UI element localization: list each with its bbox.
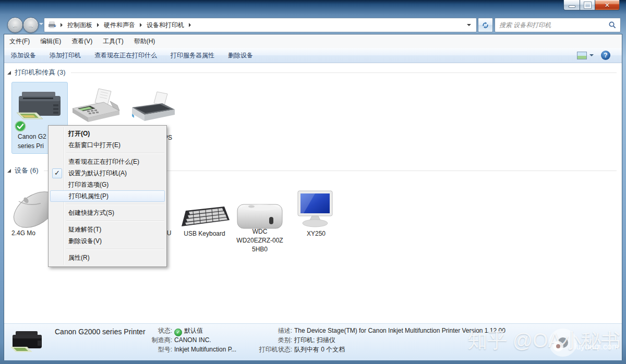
back-arrow-icon: ← xyxy=(11,21,19,29)
watermark-site-text: luyouqi.com xyxy=(574,342,619,351)
menu-item-troubleshoot[interactable]: 疑难解答(T) xyxy=(50,224,165,235)
default-printer-badge-icon xyxy=(14,120,27,132)
monitor-icon[interactable] xyxy=(296,190,336,229)
refresh-icon xyxy=(481,21,489,29)
change-view-button[interactable] xyxy=(577,52,594,59)
menu-separator xyxy=(66,249,164,250)
breadcrumb-arrow-icon xyxy=(61,23,63,27)
context-menu: 打开(O) 在新窗口中打开(E) 查看现在正在打印什么(E) ✓ 设置为默认打印… xyxy=(48,125,167,267)
drive-label: WDC WD20EZRZ-00Z 5HB0 xyxy=(230,227,290,254)
minimize-icon xyxy=(569,5,575,8)
toolbar-see-whats-printing[interactable]: 查看现在正在打印什么 xyxy=(88,48,164,63)
refresh-button[interactable] xyxy=(478,18,493,32)
selected-printer-thumbnail-icon xyxy=(9,329,48,355)
caption-buttons: ✕ xyxy=(563,0,620,10)
recent-pages-dropdown-icon[interactable] xyxy=(39,23,43,25)
chevron-down-icon xyxy=(589,54,594,56)
menu-separator xyxy=(66,153,164,154)
menu-item-set-as-default-printer[interactable]: ✓ 设置为默认打印机(A) xyxy=(50,167,165,179)
menu-item-see-whats-printing[interactable]: 查看现在正在打印什么(E) xyxy=(50,156,165,167)
close-button[interactable]: ✕ xyxy=(595,0,620,10)
search-icon[interactable] xyxy=(608,21,617,29)
maximize-icon xyxy=(584,2,591,8)
keyboard-label: USB Keyboard xyxy=(178,229,231,238)
forward-arrow-icon: → xyxy=(27,21,34,29)
back-button[interactable]: ← xyxy=(7,17,23,33)
printer-label: Canon G2 series Pri xyxy=(18,132,46,151)
breadcrumb-arrow-icon xyxy=(189,23,191,27)
menu-help[interactable]: 帮助(H) xyxy=(129,35,161,48)
toolbar-add-printer[interactable]: 添加打印机 xyxy=(43,48,88,63)
canon-printer-icon xyxy=(16,87,64,124)
section-rule xyxy=(71,72,617,73)
monitor-label: XY250 xyxy=(296,229,336,238)
external-drive-icon[interactable] xyxy=(236,200,284,230)
search-input[interactable]: 搜索 设备和打印机 xyxy=(495,18,621,32)
menu-bar: 文件(F) 编辑(E) 查看(V) 工具(T) 帮助(H) xyxy=(4,34,622,48)
search-placeholder: 搜索 设备和打印机 xyxy=(495,21,608,30)
collapse-triangle-icon xyxy=(7,169,11,173)
menu-item-properties[interactable]: 属性(R) xyxy=(50,252,165,263)
breadcrumb-item-hardware-and-sound[interactable]: 硬件和声音 xyxy=(103,19,136,32)
menu-item-open[interactable]: 打开(O) xyxy=(50,128,165,139)
menu-file[interactable]: 文件(F) xyxy=(4,35,35,48)
toolbar-print-server-properties[interactable]: 打印服务器属性 xyxy=(164,48,221,63)
checkmark-icon: ✓ xyxy=(52,168,62,178)
devices-and-printers-icon xyxy=(47,21,57,29)
xps-printer-icon[interactable] xyxy=(127,91,177,126)
close-icon: ✕ xyxy=(605,2,610,9)
breadcrumb-item-devices-and-printers[interactable]: 设备和打印机 xyxy=(146,19,185,32)
menu-item-printer-properties[interactable]: 打印机属性(P) xyxy=(50,190,165,202)
printers-section-title: 打印机和传真 (3) xyxy=(15,68,66,77)
maximize-button[interactable] xyxy=(580,0,595,10)
printers-section-header[interactable]: 打印机和传真 (3) xyxy=(7,68,617,77)
breadcrumb-arrow-icon xyxy=(97,23,99,27)
devices-and-printers-window: ✕ ← → 控制面板 硬件和声音 设备和打印机 搜索 设备和打印机 xyxy=(0,0,626,364)
details-column-left: 状态:✓默认值 制造商:CANON INC. 型号:Inkjet Multifu… xyxy=(143,326,236,354)
help-button[interactable]: ? xyxy=(601,51,610,60)
menu-item-open-in-new-window[interactable]: 在新窗口中打开(E) xyxy=(50,139,165,151)
devices-section-title: 设备 (6) xyxy=(15,166,39,175)
window-client-area: 文件(F) 编辑(E) 查看(V) 工具(T) 帮助(H) 添加设备 添加打印机… xyxy=(4,34,622,360)
collapse-triangle-icon xyxy=(7,71,11,75)
breadcrumb: 控制面板 硬件和声音 设备和打印机 xyxy=(44,18,477,32)
breadcrumb-arrow-icon xyxy=(140,23,142,27)
toolbar-remove-device[interactable]: 删除设备 xyxy=(221,48,260,63)
forward-button[interactable]: → xyxy=(23,17,39,33)
menu-item-printing-preferences[interactable]: 打印首选项(G) xyxy=(50,179,165,190)
watermark-site-icon xyxy=(553,341,563,351)
mouse-label: 2.4G Mo xyxy=(11,229,35,237)
menu-item-remove-device[interactable]: 删除设备(V) xyxy=(50,235,165,247)
menu-item-create-shortcut[interactable]: 创建快捷方式(S) xyxy=(50,207,165,219)
toolbar-add-device[interactable]: 添加设备 xyxy=(4,48,43,63)
menu-separator xyxy=(66,221,164,222)
menu-separator xyxy=(66,204,164,205)
usb-keyboard-icon[interactable] xyxy=(178,205,231,232)
menu-view[interactable]: 查看(V) xyxy=(66,35,98,48)
minimize-button[interactable] xyxy=(563,0,580,10)
address-dropdown-icon[interactable] xyxy=(467,24,471,26)
view-thumbnail-icon xyxy=(577,52,587,59)
command-toolbar: 添加设备 添加打印机 查看现在正在打印什么 打印服务器属性 删除设备 ? xyxy=(4,48,622,63)
breadcrumb-item-control-panel[interactable]: 控制面板 xyxy=(66,19,93,32)
menu-tools[interactable]: 工具(T) xyxy=(98,35,128,48)
fax-machine-icon[interactable] xyxy=(69,88,124,126)
details-device-name: Canon G2000 series Printer xyxy=(55,327,146,336)
menu-edit[interactable]: 编辑(E) xyxy=(35,35,66,48)
